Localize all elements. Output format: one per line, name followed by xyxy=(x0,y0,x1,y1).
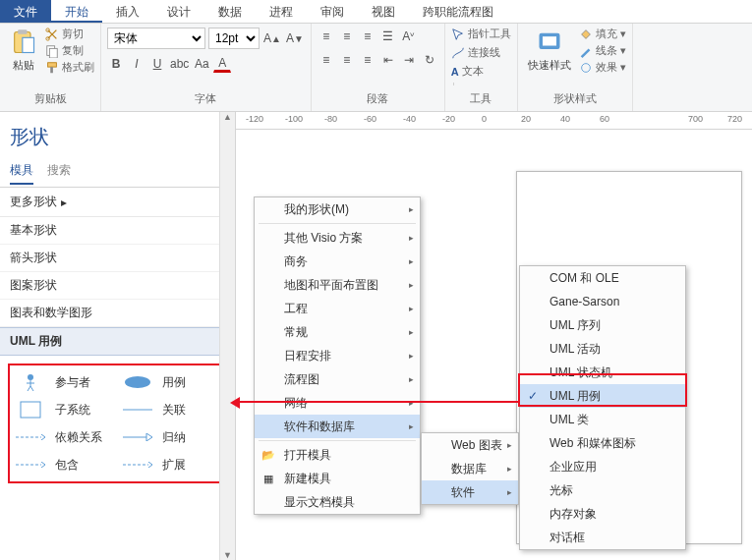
rotate-button[interactable]: ↻ xyxy=(421,51,438,69)
svg-rect-7 xyxy=(48,62,57,66)
paste-button[interactable]: 粘贴 xyxy=(6,27,41,75)
mi-schedule[interactable]: 日程安排▸ xyxy=(255,344,420,367)
cat-uml-usecase[interactable]: UML 用例 xyxy=(0,327,235,356)
align-center-button[interactable]: ≡ xyxy=(338,51,356,69)
text-tool-button[interactable]: A文本 xyxy=(451,64,484,79)
shapes-title: 形状 xyxy=(0,120,235,154)
mi-showdoc[interactable]: 显示文档模具 xyxy=(255,490,420,514)
align-left-button[interactable]: ≡ xyxy=(318,51,335,69)
cat-pattern[interactable]: 图案形状 xyxy=(0,272,235,300)
mi-software[interactable]: 软件▸ xyxy=(422,480,518,504)
pointer-tool-button[interactable]: 指针工具 xyxy=(451,27,511,41)
align-right-button[interactable]: ≡ xyxy=(359,51,376,69)
shape-include[interactable]: 包含 xyxy=(14,456,115,474)
shape-subsystem[interactable]: 子系统 xyxy=(14,401,115,419)
align-top-button[interactable]: ≡ xyxy=(318,28,335,45)
shape-assoc[interactable]: 关联 xyxy=(121,401,222,419)
mi-flowchart[interactable]: 流程图▸ xyxy=(255,367,420,391)
mi-othervisio[interactable]: 其他 Visio 方案▸ xyxy=(255,226,420,250)
bold-button[interactable]: B xyxy=(107,55,125,73)
shrink-font-button[interactable]: A▼ xyxy=(285,29,305,47)
line-button[interactable]: 线条 ▾ xyxy=(579,43,626,58)
shape-depend[interactable]: 依赖关系 xyxy=(14,428,115,446)
mi-umlact[interactable]: UML 活动 xyxy=(520,337,685,361)
rect-icon xyxy=(20,401,41,419)
mi-gane[interactable]: Gane-Sarson xyxy=(520,290,685,313)
cut-button[interactable]: 剪切 xyxy=(45,27,94,41)
strike-button[interactable]: abc xyxy=(169,55,190,73)
group-label-font: 字体 xyxy=(107,89,305,108)
tab-data[interactable]: 数据 xyxy=(204,0,256,23)
tab-review[interactable]: 审阅 xyxy=(307,0,358,23)
mi-webmedia[interactable]: Web 和媒体图标 xyxy=(520,431,685,455)
case-button[interactable]: Aa xyxy=(193,55,210,73)
mi-softdb[interactable]: 软件和数据库▸ xyxy=(255,415,420,438)
panel-tab-search[interactable]: 搜索 xyxy=(47,162,71,185)
mi-enterprise[interactable]: 企业应用 xyxy=(520,455,685,478)
quick-style-button[interactable]: 快速样式 xyxy=(524,27,575,75)
align-mid-button[interactable]: ≡ xyxy=(338,28,356,45)
shape-general[interactable]: 归纳 xyxy=(121,428,222,446)
mi-dialog[interactable]: 对话框 xyxy=(520,526,685,549)
mi-cursor[interactable]: 光标 xyxy=(520,478,685,502)
panel-tab-stencil[interactable]: 模具 xyxy=(10,162,33,185)
cat-arrow[interactable]: 箭头形状 xyxy=(0,245,235,272)
software-submenu: COM 和 OLE Gane-Sarson UML 序列 UML 活动 UML … xyxy=(519,265,686,550)
font-size-select[interactable]: 12pt xyxy=(208,28,260,49)
indent-dec-button[interactable]: ⇤ xyxy=(379,51,397,69)
tab-view[interactable]: 视图 xyxy=(358,0,409,23)
cat-basic[interactable]: 基本形状 xyxy=(0,217,235,245)
shape-actor[interactable]: 参与者 xyxy=(14,373,115,391)
tab-process[interactable]: 进程 xyxy=(256,0,307,23)
bullets-button[interactable]: ☰ xyxy=(379,28,397,45)
mi-engineering[interactable]: 工程▸ xyxy=(255,297,420,320)
grow-font-button[interactable]: A▲ xyxy=(262,29,282,47)
group-tools: 指针工具 连接线 A文本 工具 xyxy=(445,24,518,111)
mi-umlseq[interactable]: UML 序列 xyxy=(520,313,685,337)
more-shapes-button[interactable]: 更多形状▸ xyxy=(0,188,235,217)
underline-button[interactable]: U xyxy=(148,55,166,73)
effect-button[interactable]: 效果 ▾ xyxy=(579,60,626,75)
tab-file[interactable]: 文件 xyxy=(0,0,51,23)
text-dir-button[interactable]: Aᵛ xyxy=(400,28,418,45)
pointer-icon xyxy=(451,28,465,41)
mi-openstencil[interactable]: 📂打开模具 xyxy=(255,443,420,467)
mi-newstencil[interactable]: ▦新建模具 xyxy=(255,467,420,490)
connector-tool-button[interactable]: 连接线 xyxy=(451,45,500,60)
mi-mapfloor[interactable]: 地图和平面布置图▸ xyxy=(255,273,420,297)
mi-memobj[interactable]: 内存对象 xyxy=(520,502,685,526)
mi-webchart[interactable]: Web 图表▸ xyxy=(422,433,518,457)
align-bot-button[interactable]: ≡ xyxy=(359,28,376,45)
copy-button[interactable]: 复制 xyxy=(45,43,94,58)
mi-umlclass[interactable]: UML 类 xyxy=(520,408,685,431)
mi-myshapes[interactable]: 我的形状(M)▸ xyxy=(255,197,420,221)
shape-extend[interactable]: 扩展 xyxy=(121,456,222,474)
italic-button[interactable]: I xyxy=(128,55,145,73)
mi-database[interactable]: 数据库▸ xyxy=(422,457,518,480)
font-color-button[interactable]: A xyxy=(213,55,231,73)
annotation-arrow xyxy=(234,401,519,403)
format-painter-button[interactable]: 格式刷 xyxy=(45,60,94,75)
group-quickstyle: 快速样式 填充 ▾ 线条 ▾ 效果 ▾ 形状样式 xyxy=(518,24,633,111)
shape-usecase[interactable]: 用例 xyxy=(121,373,222,391)
tab-start[interactable]: 开始 xyxy=(51,0,102,23)
bucket-icon xyxy=(579,28,593,41)
font-name-select[interactable]: 宋体 xyxy=(107,28,205,49)
shapes-panel: ‹ 形状 模具 搜索 更多形状▸ 基本形状 箭头形状 图案形状 图表和数学图形 … xyxy=(0,112,236,560)
mi-comole[interactable]: COM 和 OLE xyxy=(520,266,685,290)
fill-button[interactable]: 填充 ▾ xyxy=(579,27,626,41)
tab-insert[interactable]: 插入 xyxy=(102,0,153,23)
panel-scrollbar[interactable]: ▲▼ xyxy=(219,112,235,560)
indent-inc-button[interactable]: ⇥ xyxy=(400,51,418,69)
mi-business[interactable]: 商务▸ xyxy=(255,250,420,273)
tab-crossfn[interactable]: 跨职能流程图 xyxy=(409,0,507,23)
chevron-right-icon: ▸ xyxy=(409,204,414,214)
mi-network[interactable]: 网络▸ xyxy=(255,391,420,415)
mi-general[interactable]: 常规▸ xyxy=(255,320,420,344)
cat-chartmath[interactable]: 图表和数学图形 xyxy=(0,300,235,327)
group-font: 宋体 12pt A▲ A▼ B I U abc Aa A 字体 xyxy=(101,24,312,111)
tab-design[interactable]: 设计 xyxy=(153,0,204,23)
svg-rect-10 xyxy=(543,36,556,45)
svg-rect-8 xyxy=(50,67,53,73)
svg-point-11 xyxy=(581,63,590,72)
